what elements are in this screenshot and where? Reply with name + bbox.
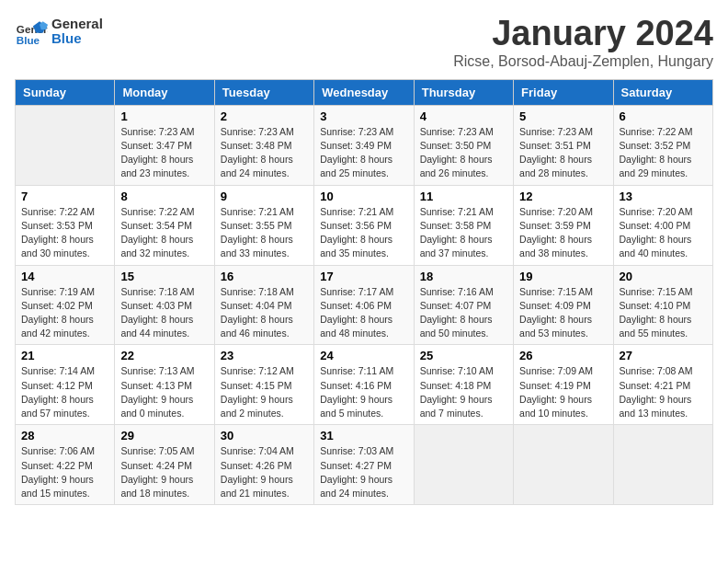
day-info: Sunrise: 7:22 AMSunset: 3:52 PMDaylight:… (620, 125, 707, 181)
day-number: 13 (620, 190, 707, 203)
day-number: 4 (420, 109, 507, 123)
day-info: Sunrise: 7:17 AMSunset: 4:06 PMDaylight:… (320, 285, 407, 341)
header-wednesday: Wednesday (314, 79, 414, 105)
page-header: General Blue General Blue January 2024 R… (15, 15, 713, 70)
day-cell: 12Sunrise: 7:20 AMSunset: 3:59 PMDayligh… (514, 185, 613, 265)
day-cell: 27Sunrise: 7:08 AMSunset: 4:21 PMDayligh… (613, 345, 712, 425)
day-info: Sunrise: 7:20 AMSunset: 4:00 PMDaylight:… (620, 205, 707, 261)
day-info: Sunrise: 7:20 AMSunset: 3:59 PMDaylight:… (519, 205, 607, 261)
day-info: Sunrise: 7:21 AMSunset: 3:55 PMDaylight:… (221, 205, 308, 261)
day-cell: 30Sunrise: 7:04 AMSunset: 4:26 PMDayligh… (214, 425, 313, 505)
header-saturday: Saturday (613, 79, 712, 105)
day-number: 14 (21, 270, 108, 283)
day-number: 27 (620, 349, 707, 362)
day-cell: 3Sunrise: 7:23 AMSunset: 3:49 PMDaylight… (314, 105, 414, 185)
day-number: 25 (420, 349, 507, 362)
day-number: 23 (221, 349, 308, 362)
day-cell: 11Sunrise: 7:21 AMSunset: 3:58 PMDayligh… (414, 185, 513, 265)
header-tuesday: Tuesday (214, 79, 313, 105)
day-number: 3 (320, 109, 407, 123)
logo-general: General (51, 17, 103, 32)
day-info: Sunrise: 7:15 AMSunset: 4:09 PMDaylight:… (519, 285, 607, 341)
day-number: 8 (120, 190, 208, 203)
calendar-subtitle: Ricse, Borsod-Abauj-Zemplen, Hungary (453, 53, 713, 70)
day-number: 22 (120, 349, 208, 362)
calendar-body: 1Sunrise: 7:23 AMSunset: 3:47 PMDaylight… (16, 105, 713, 504)
day-info: Sunrise: 7:12 AMSunset: 4:15 PMDaylight:… (221, 364, 308, 420)
day-number: 1 (120, 109, 208, 123)
day-cell: 21Sunrise: 7:14 AMSunset: 4:12 PMDayligh… (16, 345, 115, 425)
day-info: Sunrise: 7:09 AMSunset: 4:19 PMDaylight:… (519, 364, 607, 420)
day-info: Sunrise: 7:05 AMSunset: 4:24 PMDaylight:… (120, 444, 208, 500)
day-cell: 28Sunrise: 7:06 AMSunset: 4:22 PMDayligh… (16, 425, 115, 505)
day-info: Sunrise: 7:21 AMSunset: 3:56 PMDaylight:… (320, 205, 407, 261)
header-thursday: Thursday (414, 79, 513, 105)
day-info: Sunrise: 7:13 AMSunset: 4:13 PMDaylight:… (120, 364, 208, 420)
day-number: 5 (519, 109, 607, 123)
logo-blue: Blue (51, 31, 103, 47)
day-cell: 15Sunrise: 7:18 AMSunset: 4:03 PMDayligh… (115, 265, 214, 345)
day-cell: 5Sunrise: 7:23 AMSunset: 3:51 PMDaylight… (514, 105, 613, 185)
week-row-1: 7Sunrise: 7:22 AMSunset: 3:53 PMDaylight… (16, 185, 713, 265)
day-cell: 1Sunrise: 7:23 AMSunset: 3:47 PMDaylight… (115, 105, 214, 185)
day-number: 17 (320, 270, 407, 283)
day-cell: 16Sunrise: 7:18 AMSunset: 4:04 PMDayligh… (214, 265, 313, 345)
calendar-title: January 2024 (453, 15, 713, 53)
day-info: Sunrise: 7:15 AMSunset: 4:10 PMDaylight:… (620, 285, 707, 341)
day-info: Sunrise: 7:23 AMSunset: 3:50 PMDaylight:… (420, 125, 507, 181)
calendar-header: SundayMondayTuesdayWednesdayThursdayFrid… (16, 79, 713, 105)
day-number: 15 (120, 270, 208, 283)
day-number: 10 (320, 190, 407, 203)
day-info: Sunrise: 7:23 AMSunset: 3:47 PMDaylight:… (120, 125, 208, 181)
day-cell: 29Sunrise: 7:05 AMSunset: 4:24 PMDayligh… (115, 425, 214, 505)
header-row: SundayMondayTuesdayWednesdayThursdayFrid… (16, 79, 713, 105)
day-cell: 2Sunrise: 7:23 AMSunset: 3:48 PMDaylight… (214, 105, 313, 185)
week-row-4: 28Sunrise: 7:06 AMSunset: 4:22 PMDayligh… (16, 425, 713, 505)
week-row-3: 21Sunrise: 7:14 AMSunset: 4:12 PMDayligh… (16, 345, 713, 425)
day-info: Sunrise: 7:08 AMSunset: 4:21 PMDaylight:… (620, 364, 707, 420)
day-cell: 7Sunrise: 7:22 AMSunset: 3:53 PMDaylight… (16, 185, 115, 265)
day-number: 19 (519, 270, 607, 283)
day-info: Sunrise: 7:23 AMSunset: 3:48 PMDaylight:… (221, 125, 308, 181)
day-info: Sunrise: 7:18 AMSunset: 4:03 PMDaylight:… (120, 285, 208, 341)
day-info: Sunrise: 7:10 AMSunset: 4:18 PMDaylight:… (420, 364, 507, 420)
day-cell: 6Sunrise: 7:22 AMSunset: 3:52 PMDaylight… (613, 105, 712, 185)
day-cell: 14Sunrise: 7:19 AMSunset: 4:02 PMDayligh… (16, 265, 115, 345)
header-sunday: Sunday (16, 79, 115, 105)
day-info: Sunrise: 7:06 AMSunset: 4:22 PMDaylight:… (21, 444, 108, 500)
week-row-2: 14Sunrise: 7:19 AMSunset: 4:02 PMDayligh… (16, 265, 713, 345)
day-cell: 26Sunrise: 7:09 AMSunset: 4:19 PMDayligh… (514, 345, 613, 425)
day-cell: 31Sunrise: 7:03 AMSunset: 4:27 PMDayligh… (314, 425, 414, 505)
day-number: 28 (21, 429, 108, 442)
day-cell: 24Sunrise: 7:11 AMSunset: 4:16 PMDayligh… (314, 345, 414, 425)
day-info: Sunrise: 7:19 AMSunset: 4:02 PMDaylight:… (21, 285, 108, 341)
day-number: 30 (221, 429, 308, 442)
day-info: Sunrise: 7:03 AMSunset: 4:27 PMDaylight:… (320, 444, 407, 500)
day-info: Sunrise: 7:22 AMSunset: 3:54 PMDaylight:… (120, 205, 208, 261)
day-number: 20 (620, 270, 707, 283)
day-cell: 13Sunrise: 7:20 AMSunset: 4:00 PMDayligh… (613, 185, 712, 265)
day-number: 12 (519, 190, 607, 203)
day-number: 18 (420, 270, 507, 283)
day-cell: 18Sunrise: 7:16 AMSunset: 4:07 PMDayligh… (414, 265, 513, 345)
day-info: Sunrise: 7:14 AMSunset: 4:12 PMDaylight:… (21, 364, 108, 420)
day-info: Sunrise: 7:22 AMSunset: 3:53 PMDaylight:… (21, 205, 108, 261)
svg-text:Blue: Blue (17, 34, 40, 46)
logo: General Blue General Blue (15, 15, 103, 48)
day-info: Sunrise: 7:11 AMSunset: 4:16 PMDaylight:… (320, 364, 407, 420)
day-number: 11 (420, 190, 507, 203)
title-block: January 2024 Ricse, Borsod-Abauj-Zemplen… (453, 15, 713, 70)
day-number: 6 (620, 109, 707, 123)
day-cell: 17Sunrise: 7:17 AMSunset: 4:06 PMDayligh… (314, 265, 414, 345)
day-number: 16 (221, 270, 308, 283)
day-cell: 25Sunrise: 7:10 AMSunset: 4:18 PMDayligh… (414, 345, 513, 425)
day-info: Sunrise: 7:16 AMSunset: 4:07 PMDaylight:… (420, 285, 507, 341)
day-number: 29 (120, 429, 208, 442)
day-cell: 4Sunrise: 7:23 AMSunset: 3:50 PMDaylight… (414, 105, 513, 185)
day-cell (514, 425, 613, 505)
day-cell (16, 105, 115, 185)
day-info: Sunrise: 7:21 AMSunset: 3:58 PMDaylight:… (420, 205, 507, 261)
day-cell: 9Sunrise: 7:21 AMSunset: 3:55 PMDaylight… (214, 185, 313, 265)
day-cell (613, 425, 712, 505)
day-number: 21 (21, 349, 108, 362)
